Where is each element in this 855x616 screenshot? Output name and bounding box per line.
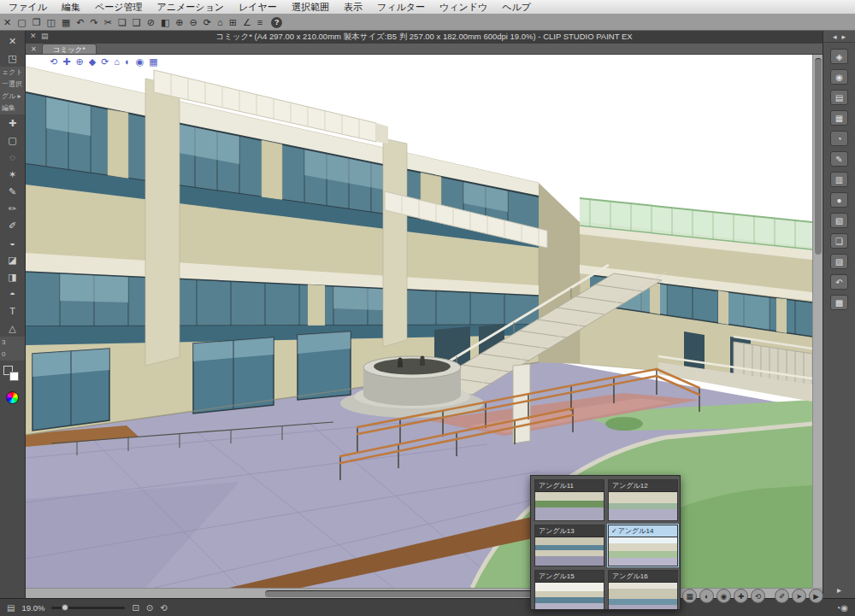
- palette-title-edit[interactable]: 編集: [0, 103, 25, 114]
- palette-title-object[interactable]: ェクト: [0, 67, 25, 79]
- angle-item[interactable]: アングル11: [534, 479, 604, 521]
- angle-thumbnail[interactable]: [609, 582, 677, 610]
- layer-property-palette-icon[interactable]: ▨: [830, 254, 848, 269]
- menu-item[interactable]: ウィンドウ: [439, 1, 487, 14]
- palette-close-icon[interactable]: ✕: [0, 32, 25, 50]
- grid-toggle-icon[interactable]: ▦: [682, 589, 697, 603]
- airbrush-tool-icon[interactable]: ◒: [0, 234, 25, 251]
- lasso-tool-icon[interactable]: ◌: [0, 149, 25, 166]
- grid-icon[interactable]: ⊞: [229, 15, 237, 30]
- operate-tool-icon[interactable]: ✚: [0, 114, 25, 132]
- color-wheel-icon[interactable]: [6, 391, 19, 404]
- layer-palette-icon[interactable]: ❏: [830, 233, 848, 249]
- menu-item[interactable]: アニメーション: [157, 1, 225, 14]
- menu-item[interactable]: レイヤー: [239, 1, 277, 14]
- eraser-tool-icon[interactable]: ◪: [0, 251, 25, 268]
- color-slider-palette-icon[interactable]: ▤: [830, 90, 848, 105]
- rotate-view-icon[interactable]: ⟳: [203, 15, 211, 30]
- color-chips[interactable]: [0, 364, 25, 388]
- menu-item[interactable]: ページ管理: [95, 1, 143, 14]
- light-source-icon[interactable]: ◐: [125, 56, 131, 67]
- angle-thumbnail[interactable]: [609, 491, 677, 520]
- palette-title-tool-select[interactable]: 一選択: [0, 79, 25, 91]
- quality-icon[interactable]: ➤: [792, 589, 806, 603]
- menu-item[interactable]: 表示: [344, 1, 363, 14]
- menu-item[interactable]: フィルター: [377, 1, 425, 14]
- tool-size-value[interactable]: 3: [0, 337, 25, 349]
- angle-thumbnail[interactable]: [609, 537, 677, 566]
- camera-zoom-icon[interactable]: ⊕: [75, 56, 83, 67]
- cut-icon[interactable]: ✂: [104, 15, 112, 30]
- shading-toggle-icon[interactable]: ◐: [699, 589, 714, 603]
- pen-tool-icon[interactable]: ✎: [0, 183, 25, 200]
- render-mode-icon[interactable]: ✐: [775, 589, 789, 603]
- information-icon[interactable]: ◉: [840, 603, 848, 613]
- reset-view-icon[interactable]: ⌂: [217, 15, 223, 30]
- reset-rotation-icon[interactable]: ⟲: [160, 603, 167, 613]
- marquee-tool-icon[interactable]: ▢: [0, 132, 25, 149]
- text-tool-icon[interactable]: T: [0, 302, 25, 320]
- angle-thumbnail[interactable]: [535, 582, 604, 610]
- redo-icon[interactable]: ↷: [91, 15, 98, 30]
- palette-dock-icon[interactable]: ◳: [0, 50, 25, 67]
- move-mode-icon[interactable]: ✚: [734, 589, 748, 603]
- actual-size-icon[interactable]: ⊙: [146, 603, 153, 613]
- menu-item[interactable]: ファイル: [9, 1, 47, 14]
- ground-snap-icon[interactable]: ⌂: [114, 56, 120, 67]
- pencil-tool-icon[interactable]: ✏: [0, 200, 25, 217]
- export-document-icon[interactable]: ▦: [62, 15, 70, 30]
- document-tab[interactable]: コミック*: [42, 44, 97, 54]
- zoom-slider-knob[interactable]: [62, 604, 68, 611]
- vertical-scrollbar-thumb[interactable]: [815, 58, 822, 255]
- zoom-slider[interactable]: [51, 607, 125, 609]
- document-canvas[interactable]: ⟲✚⊕◆⟳⌂◐◉▦: [26, 55, 812, 588]
- open-document-icon[interactable]: ❐: [32, 15, 41, 30]
- vertical-scrollbar[interactable]: [812, 55, 823, 588]
- model-move-icon[interactable]: ◆: [89, 56, 96, 67]
- zoom-out-icon[interactable]: ⊖: [190, 15, 198, 30]
- quick-access-palette-icon[interactable]: ◈: [830, 49, 848, 64]
- angle-item[interactable]: アングル13: [534, 525, 604, 566]
- copy-icon[interactable]: ❏: [118, 15, 127, 30]
- tool-opacity-value[interactable]: 0: [0, 349, 25, 361]
- fit-to-screen-icon[interactable]: ⊡: [132, 603, 139, 613]
- rotate-mode-icon[interactable]: ⟲: [751, 589, 765, 603]
- sub-color-chip[interactable]: [9, 372, 19, 381]
- camera-pan-icon[interactable]: ✚: [62, 56, 70, 67]
- menu-item[interactable]: 選択範囲: [292, 1, 329, 14]
- collapse-left-icon[interactable]: ◂: [833, 31, 837, 42]
- paste-icon[interactable]: ❑: [133, 15, 141, 30]
- navigator-palette-icon[interactable]: ▧: [830, 213, 848, 228]
- ruler-icon[interactable]: ∠: [243, 15, 251, 30]
- apply-icon[interactable]: ▶: [809, 589, 823, 603]
- gradient-tool-icon[interactable]: ◨: [0, 268, 25, 285]
- snap-icon[interactable]: ≡: [257, 15, 262, 30]
- angle-item[interactable]: アングル15: [534, 570, 604, 610]
- fill-icon[interactable]: ◧: [161, 15, 169, 30]
- tab-close-icon[interactable]: ✕: [31, 45, 37, 53]
- window-list-icon[interactable]: ▤: [41, 32, 49, 40]
- angle-item[interactable]: アングル12: [608, 479, 678, 521]
- model-rotate-icon[interactable]: ⟳: [101, 56, 109, 67]
- angle-item[interactable]: ✓アングル14: [608, 525, 678, 566]
- brush-tool-icon[interactable]: ✐: [0, 217, 25, 234]
- new-document-icon[interactable]: ▢: [17, 15, 26, 30]
- figure-tool-icon[interactable]: △: [0, 320, 25, 337]
- zoom-in-icon[interactable]: ⊕: [175, 15, 183, 30]
- color-history-palette-icon[interactable]: ◔: [830, 131, 848, 146]
- camera-rotate-icon[interactable]: ⟲: [50, 56, 57, 67]
- tool-property-palette-icon[interactable]: ▥: [830, 172, 848, 187]
- brush-size-palette-icon[interactable]: ●: [830, 192, 848, 208]
- menu-item[interactable]: ヘルプ: [502, 1, 531, 14]
- outline-toggle-icon[interactable]: ◉: [716, 589, 731, 603]
- menu-item[interactable]: 編集: [62, 1, 80, 14]
- undo-icon[interactable]: ↶: [76, 15, 84, 30]
- sub-tool-palette-icon[interactable]: ✎: [830, 151, 848, 167]
- angle-thumbnail[interactable]: [535, 491, 604, 520]
- save-document-icon[interactable]: ◫: [47, 15, 56, 30]
- close-icon[interactable]: ✕: [30, 32, 37, 40]
- angle-thumbnail[interactable]: [535, 537, 604, 566]
- magic-wand-tool-icon[interactable]: ✶: [0, 166, 25, 183]
- history-palette-icon[interactable]: ↶: [830, 274, 848, 290]
- color-wheel-palette-icon[interactable]: ◉: [830, 69, 848, 85]
